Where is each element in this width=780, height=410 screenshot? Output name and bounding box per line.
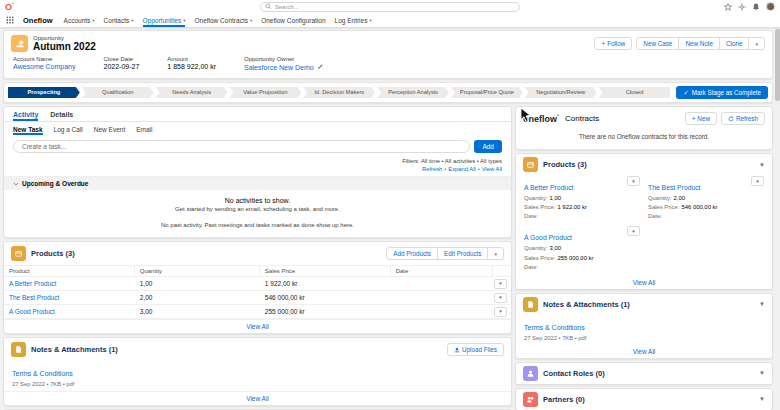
page-scrollbar[interactable] [775, 27, 780, 410]
refresh-icon [728, 116, 734, 122]
new-case-button[interactable]: New Case [636, 37, 679, 50]
path-stage-perception-analysis[interactable]: Perception Analysis [377, 87, 449, 98]
right-partners-title[interactable]: Partners (0) [543, 395, 585, 404]
upcoming-overdue-label: Upcoming & Overdue [22, 180, 88, 187]
follow-button[interactable]: +Follow [594, 37, 632, 50]
attachment-link[interactable]: Terms & Conditions [12, 370, 73, 377]
field-label: Quantity: [524, 195, 548, 201]
more-actions-button[interactable]: ▾ [748, 37, 765, 50]
favorites-star-icon[interactable] [724, 3, 732, 11]
edit-products-button[interactable]: Edit Products [437, 247, 488, 260]
edit-pencil-icon[interactable] [317, 63, 324, 71]
owner-link[interactable]: Salesforce New Demo [244, 64, 314, 71]
product-link[interactable]: A Good Product [9, 308, 55, 315]
nav-tab-label: Oneflow Configuration [261, 17, 325, 24]
column-header[interactable]: Date [391, 266, 493, 276]
column-header[interactable]: Sales Price [260, 266, 391, 276]
field-value: 1 922,00 kr [557, 204, 586, 210]
collapse-chevron-icon[interactable]: ▼ [759, 162, 765, 168]
scrollbar-thumb[interactable] [775, 29, 780, 101]
nav-tab-accounts[interactable]: Accounts▾ [64, 13, 95, 27]
path-stage-proposal-price-quote[interactable]: Proposal/Price Quote [451, 87, 523, 98]
new-note-button[interactable]: New Note [678, 37, 720, 50]
app-name[interactable]: Oneflow [23, 16, 53, 25]
products-title[interactable]: Products (3) [31, 249, 75, 258]
row-actions-button[interactable]: ▼ [494, 307, 507, 317]
subtab-new-event[interactable]: New Event [94, 126, 125, 135]
collapse-chevron-icon[interactable]: ▼ [759, 370, 765, 376]
notes-icon [11, 342, 26, 357]
nav-tab-contacts[interactable]: Contacts▾ [104, 13, 134, 27]
path-stage-id-decision-makers[interactable]: Id. Decision Makers [303, 87, 375, 98]
right-products-view-all-link[interactable]: View All [633, 279, 656, 286]
view-all-activities-link[interactable]: View All [482, 166, 502, 172]
oneflow-brand-icon: O° [5, 2, 14, 12]
search-input[interactable] [275, 4, 515, 10]
subtab-new-task[interactable]: New Task [13, 126, 43, 135]
path-stage-prospecting[interactable]: Prospecting [8, 87, 80, 98]
upcoming-overdue-header[interactable]: Upcoming & Overdue [4, 176, 511, 190]
notifications-bell-icon[interactable] [752, 3, 760, 11]
collapse-chevron-icon[interactable]: ▼ [759, 301, 765, 307]
mark-stage-complete-button[interactable]: ✓Mark Stage as Complete [676, 86, 768, 99]
nav-tab-opportunities[interactable]: Opportunities▾ [143, 13, 186, 27]
expand-all-link[interactable]: Expand All [448, 166, 475, 172]
nav-tab-log-entries[interactable]: Log Entries▾ [335, 13, 372, 27]
products-more-actions-button[interactable]: ▾ [487, 247, 504, 260]
field-label: Quantity: [648, 195, 672, 201]
clone-button[interactable]: Clone [719, 37, 749, 50]
product-link[interactable]: A Good Product [524, 234, 572, 241]
global-search[interactable] [260, 2, 520, 12]
app-launcher-icon[interactable] [6, 16, 14, 25]
nav-tab-oneflow-configuration[interactable]: Oneflow Configuration [261, 13, 325, 27]
create-task-input[interactable] [13, 140, 470, 153]
field-value: 1 858 922,00 kr [167, 63, 216, 70]
tab-details[interactable]: Details [50, 107, 73, 121]
collapse-chevron-icon[interactable]: ▼ [759, 396, 765, 402]
right-contact-roles-title[interactable]: Contact Roles (0) [543, 369, 605, 378]
subtab-log-a-call[interactable]: Log a Call [54, 126, 83, 135]
right-products-title[interactable]: Products (3) [543, 160, 587, 169]
product-link[interactable]: The Best Product [648, 184, 701, 191]
tab-activity[interactable]: Activity [13, 107, 38, 121]
add-products-button[interactable]: Add Products [386, 247, 438, 260]
path-stage-closed[interactable]: Closed [599, 87, 671, 98]
product-tiles: A Better Product ▼ Quantity:1,00 Sales P… [516, 175, 772, 276]
subtab-email[interactable]: Email [136, 126, 152, 135]
path-stage-qualification[interactable]: Qualification [82, 87, 154, 98]
bullet: • [478, 166, 480, 172]
products-view-all-link[interactable]: View All [246, 323, 269, 330]
notes-title[interactable]: Notes & Attachments (1) [31, 345, 118, 354]
oneflow-refresh-button[interactable]: Refresh [721, 112, 765, 125]
chevron-down-icon: ▾ [755, 41, 758, 47]
tile-actions-button[interactable]: ▼ [751, 176, 764, 186]
refresh-link[interactable]: Refresh [422, 166, 442, 172]
row-actions-button[interactable]: ▼ [494, 279, 507, 289]
nav-tab-oneflow-contracts[interactable]: Oneflow Contracts▾ [194, 13, 252, 27]
path-stage-negotiation-review[interactable]: Negotiation/Review [525, 87, 597, 98]
path-stage-needs-analysis[interactable]: Needs Analysis [156, 87, 228, 98]
tile-actions-button[interactable]: ▼ [627, 176, 640, 186]
right-notes-title[interactable]: Notes & Attachments (1) [543, 300, 630, 309]
product-link[interactable]: A Better Product [524, 184, 574, 191]
nav-tab-label: Oneflow Contracts [194, 17, 247, 24]
tile-actions-button[interactable]: ▼ [627, 226, 640, 236]
column-header[interactable]: Quantity [135, 266, 260, 276]
product-link[interactable]: A Better Product [9, 280, 56, 287]
path-stage-value-proposition[interactable]: Value Proposition [229, 87, 301, 98]
field-label: Sales Price: [648, 204, 679, 210]
oneflow-new-button[interactable]: +New [685, 112, 717, 125]
notes-view-all-link[interactable]: View All [246, 395, 269, 402]
row-actions-button[interactable]: ▼ [494, 293, 507, 303]
attachment-link[interactable]: Terms & Conditions [524, 324, 585, 331]
account-link[interactable]: Awesome Company [13, 63, 76, 70]
right-partners-section: Partners (0) ▼ [515, 388, 773, 410]
filters-link[interactable]: All time • All activities • All types [421, 158, 502, 164]
upload-files-button[interactable]: Upload Files [447, 343, 504, 356]
add-task-button[interactable]: Add [474, 140, 502, 153]
right-notes-view-all-link[interactable]: View All [633, 348, 656, 355]
setup-gear-icon[interactable] [738, 3, 746, 11]
column-header[interactable]: Product [4, 266, 135, 276]
product-link[interactable]: The Best Product [9, 294, 59, 301]
user-avatar[interactable] [766, 2, 775, 11]
